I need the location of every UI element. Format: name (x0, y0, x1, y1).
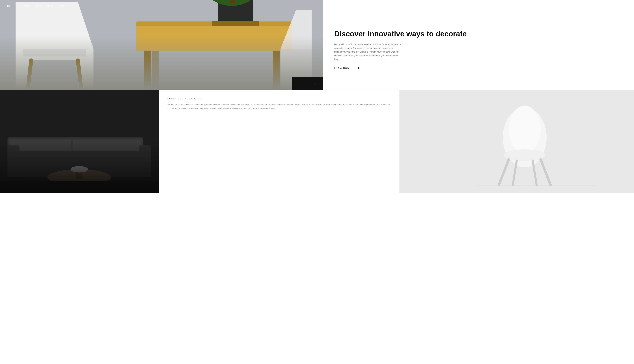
nav-link-about[interactable]: about (47, 4, 53, 7)
nav-link-shop[interactable]: shop (36, 4, 41, 7)
svg-rect-25 (73, 140, 141, 150)
main-nav: room home shop about contact (0, 0, 634, 12)
svg-rect-2 (144, 49, 151, 90)
svg-point-35 (504, 149, 545, 161)
hero-furniture-svg (0, 0, 323, 90)
arrow-icon (352, 68, 360, 68)
about-section: ABOUT OUR FURNITURE Our multifunctional … (159, 90, 400, 193)
svg-rect-27 (139, 146, 151, 177)
svg-rect-21 (0, 90, 159, 193)
svg-point-28 (47, 169, 111, 185)
hero-cta-button[interactable]: SHOW NOW (334, 67, 623, 69)
svg-rect-31 (0, 181, 159, 193)
bottom-left-image (0, 90, 159, 193)
nav-link-contact[interactable]: contact (58, 4, 66, 7)
brand-logo[interactable]: room (6, 4, 15, 8)
svg-point-34 (509, 106, 541, 153)
svg-point-30 (71, 166, 88, 172)
svg-rect-3 (273, 49, 280, 90)
hero-section: Discover innovative ways to decorate We … (0, 0, 634, 90)
hero-nav-controls: ‹ › (292, 77, 323, 90)
svg-line-17 (78, 60, 84, 90)
nav-link-home[interactable]: home (24, 4, 30, 7)
about-section-title: ABOUT OUR FURNITURE (167, 98, 392, 100)
svg-rect-22 (8, 149, 143, 177)
nav-item-contact[interactable]: contact (58, 4, 66, 7)
svg-rect-8 (212, 21, 259, 26)
hero-cta-label: SHOW NOW (334, 67, 350, 69)
svg-rect-4 (152, 51, 159, 90)
prev-button[interactable]: ‹ (292, 77, 308, 90)
hero-title: Discover innovative ways to decorate (334, 30, 623, 38)
svg-rect-26 (8, 146, 19, 177)
hero-wrapper: room home shop about contact (0, 0, 634, 90)
about-text: Our multifunctional collection blends de… (167, 103, 392, 110)
bottom-right-image (400, 90, 634, 193)
nav-item-home[interactable]: home (24, 4, 30, 7)
bottom-section: ABOUT OUR FURNITURE Our multifunctional … (0, 90, 634, 193)
nav-item-shop[interactable]: shop (36, 4, 41, 7)
bottom-right-svg (400, 90, 634, 193)
hero-image (0, 0, 323, 90)
hero-description: We provide unmatched quality, comfort, a… (334, 42, 401, 61)
nav-links: home shop about contact (24, 4, 66, 7)
svg-rect-29 (76, 171, 83, 179)
svg-rect-24 (10, 140, 71, 150)
hero-content: Discover innovative ways to decorate We … (323, 0, 634, 90)
nav-item-about[interactable]: about (47, 4, 53, 7)
next-button[interactable]: › (308, 77, 323, 90)
svg-line-16 (25, 60, 31, 90)
hero-image-inner (0, 0, 323, 90)
bottom-left-svg (0, 90, 159, 193)
